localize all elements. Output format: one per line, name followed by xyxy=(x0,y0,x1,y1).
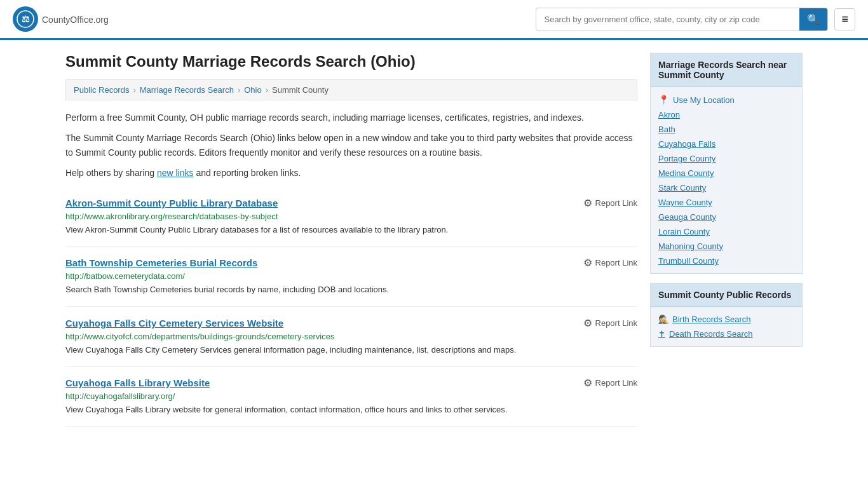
sidebar-nearby-link-7[interactable]: Geauga County xyxy=(658,210,794,224)
breadcrumb: Public Records › Marriage Records Search… xyxy=(65,79,637,100)
record-desc-0: View Akron-Summit County Public Library … xyxy=(65,224,637,236)
report-icon-0: ⚙ xyxy=(583,197,592,209)
breadcrumb-public-records[interactable]: Public Records xyxy=(74,85,129,95)
description-1: Perform a free Summit County, OH public … xyxy=(65,111,637,125)
description-2: The Summit County Marriage Records Searc… xyxy=(65,131,637,159)
logo-icon: ⚖ xyxy=(13,6,38,32)
logo-area: ⚖ CountyOffice.org xyxy=(13,6,109,32)
report-label-0: Report Link xyxy=(595,198,637,208)
sidebar-public-link-0[interactable]: 🕵Birth Records Search xyxy=(658,312,794,327)
breadcrumb-sep-3: › xyxy=(266,85,268,95)
search-input[interactable] xyxy=(536,10,799,29)
sidebar-public-records-body: 🕵Birth Records Search✝Death Records Sear… xyxy=(651,307,802,346)
sidebar: Marriage Records Search near Summit Coun… xyxy=(650,53,803,427)
sidebar-public-links: 🕵Birth Records Search✝Death Records Sear… xyxy=(658,312,794,341)
site-header: ⚖ CountyOffice.org 🔍 ≡ xyxy=(0,0,868,40)
record-entry-3: Cuyahoga Falls Library Website ⚙ Report … xyxy=(65,367,637,427)
sidebar-nearby-link-8[interactable]: Lorain County xyxy=(658,224,794,239)
report-icon-3: ⚙ xyxy=(583,377,592,389)
search-bar: 🔍 xyxy=(536,8,828,31)
sidebar-nearby-title: Marriage Records Search near Summit Coun… xyxy=(651,53,802,87)
record-desc-3: View Cuyahoga Falls Library website for … xyxy=(65,403,637,416)
breadcrumb-marriage-records[interactable]: Marriage Records Search xyxy=(140,85,234,95)
breadcrumb-sep-2: › xyxy=(238,85,240,95)
record-title-1[interactable]: Bath Township Cemeteries Burial Records xyxy=(65,257,257,268)
record-title-row-1: Bath Township Cemeteries Burial Records … xyxy=(65,257,637,269)
report-label-1: Report Link xyxy=(595,258,637,268)
sidebar-nearby-body: 📍 Use My Location AkronBathCuyahoga Fall… xyxy=(651,87,802,273)
report-link-0[interactable]: ⚙ Report Link xyxy=(583,197,637,209)
new-links-link[interactable]: new links xyxy=(157,168,194,178)
sidebar-public-records-section: Summit County Public Records 🕵Birth Reco… xyxy=(650,283,803,347)
page-title: Summit County Marriage Records Search (O… xyxy=(65,53,637,71)
logo-text: CountyOffice.org xyxy=(42,13,109,26)
breadcrumb-sep-1: › xyxy=(133,85,135,95)
report-link-2[interactable]: ⚙ Report Link xyxy=(583,317,637,329)
record-title-row-0: Akron-Summit County Public Library Datab… xyxy=(65,197,637,209)
header-right: 🔍 ≡ xyxy=(536,8,855,31)
record-entry-0: Akron-Summit County Public Library Datab… xyxy=(65,187,637,247)
sidebar-public-records-title: Summit County Public Records xyxy=(651,283,802,307)
breadcrumb-ohio[interactable]: Ohio xyxy=(244,85,261,95)
use-location-link[interactable]: 📍 Use My Location xyxy=(658,92,794,107)
search-button[interactable]: 🔍 xyxy=(799,8,827,30)
record-url-3[interactable]: http://cuyahogafallslibrary.org/ xyxy=(65,391,637,401)
sidebar-nearby-link-9[interactable]: Mahoning County xyxy=(658,239,794,254)
public-link-icon-0: 🕵 xyxy=(658,315,668,324)
public-link-label-1: Death Records Search xyxy=(669,329,753,339)
report-label-2: Report Link xyxy=(595,318,637,328)
record-title-row-3: Cuyahoga Falls Library Website ⚙ Report … xyxy=(65,377,637,389)
svg-text:⚖: ⚖ xyxy=(22,14,30,24)
description-3: Help others by sharing new links and rep… xyxy=(65,166,637,180)
sidebar-nearby-link-4[interactable]: Medina County xyxy=(658,166,794,180)
sidebar-nearby-link-10[interactable]: Trumbull County xyxy=(658,254,794,268)
page-wrap: Summit County Marriage Records Search (O… xyxy=(53,40,815,440)
report-link-1[interactable]: ⚙ Report Link xyxy=(583,257,637,269)
public-link-icon-1: ✝ xyxy=(658,329,665,339)
sidebar-nearby-link-6[interactable]: Wayne County xyxy=(658,195,794,210)
record-title-0[interactable]: Akron-Summit County Public Library Datab… xyxy=(65,198,278,208)
main-content: Summit County Marriage Records Search (O… xyxy=(65,53,637,427)
sidebar-nearby-link-0[interactable]: Akron xyxy=(658,107,794,122)
record-title-2[interactable]: Cuyahoga Falls City Cemetery Services We… xyxy=(65,318,283,329)
sidebar-public-link-1[interactable]: ✝Death Records Search xyxy=(658,327,794,341)
sidebar-nearby-link-5[interactable]: Stark County xyxy=(658,180,794,195)
sidebar-nearby-link-3[interactable]: Portage County xyxy=(658,151,794,166)
record-url-1[interactable]: http://batbow.cemeterydata.com/ xyxy=(65,271,637,281)
report-icon-1: ⚙ xyxy=(583,257,592,269)
record-desc-1: Search Bath Township Cemeteries burial r… xyxy=(65,283,637,296)
public-link-label-0: Birth Records Search xyxy=(672,315,751,324)
sidebar-nearby-link-1[interactable]: Bath xyxy=(658,122,794,137)
sidebar-nearby-link-2[interactable]: Cuyahoga Falls xyxy=(658,137,794,151)
record-desc-2: View Cuyahoga Falls City Cemetery Servic… xyxy=(65,344,637,356)
location-icon: 📍 xyxy=(658,95,669,105)
report-icon-2: ⚙ xyxy=(583,317,592,329)
sidebar-nearby-section: Marriage Records Search near Summit Coun… xyxy=(650,53,803,274)
record-title-row-2: Cuyahoga Falls City Cemetery Services We… xyxy=(65,317,637,329)
record-title-3[interactable]: Cuyahoga Falls Library Website xyxy=(65,377,210,388)
breadcrumb-summit-county: Summit County xyxy=(272,85,329,95)
record-url-0[interactable]: http://www.akronlibrary.org/research/dat… xyxy=(65,212,637,221)
record-entry-2: Cuyahoga Falls City Cemetery Services We… xyxy=(65,307,637,367)
record-entry-1: Bath Township Cemeteries Burial Records … xyxy=(65,247,637,307)
record-url-2[interactable]: http://www.cityofcf.com/departments/buil… xyxy=(65,332,637,341)
menu-button[interactable]: ≡ xyxy=(834,8,855,30)
report-label-3: Report Link xyxy=(595,378,637,388)
report-link-3[interactable]: ⚙ Report Link xyxy=(583,377,637,389)
records-list: Akron-Summit County Public Library Datab… xyxy=(65,187,637,427)
sidebar-nearby-links: AkronBathCuyahoga FallsPortage CountyMed… xyxy=(658,107,794,268)
